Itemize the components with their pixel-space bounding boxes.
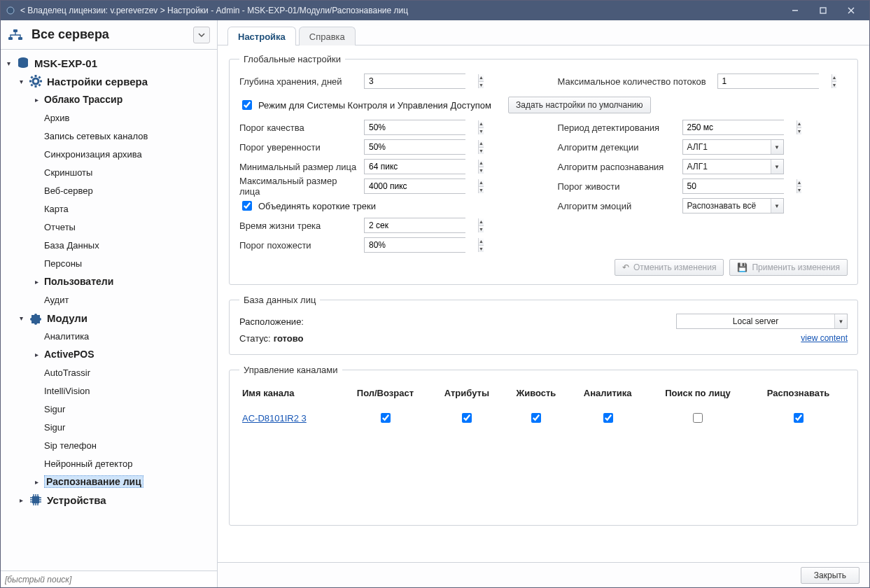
caret-icon: ▸ xyxy=(33,241,40,249)
similarity-spin[interactable]: ▲▼ xyxy=(364,237,465,253)
caret-icon[interactable]: ▸ xyxy=(17,496,24,504)
puzzle-icon xyxy=(29,311,43,325)
tree-item[interactable]: ▸Облако Трассир xyxy=(1,90,217,108)
tree-item[interactable]: ▸Запись сетевых каналов xyxy=(1,127,217,145)
tree-item[interactable]: ▸Аудит xyxy=(1,290,217,309)
detect-period-spin[interactable]: ▲▼ xyxy=(682,120,784,135)
recog-algo-combo[interactable]: АЛГ1▼ xyxy=(682,159,784,174)
caret-icon: ▸ xyxy=(33,332,40,340)
tree-item[interactable]: ▸Sigur xyxy=(1,400,217,418)
tree-item[interactable]: ▾MSK-EXP-01 xyxy=(1,54,217,72)
tree-item[interactable]: ▸Карта xyxy=(1,200,217,218)
quality-spin[interactable]: ▲▼ xyxy=(364,120,465,135)
column-header: Поиск по лицу xyxy=(647,382,750,407)
tab-settings[interactable]: Настройка xyxy=(227,27,296,46)
maximize-button[interactable] xyxy=(809,1,837,20)
tree-item[interactable]: ▸Архив xyxy=(1,108,217,127)
column-header: Распознавать xyxy=(749,382,848,407)
channel-link[interactable]: AC-D8101IR2 3 xyxy=(242,413,307,424)
channel-search-checkbox[interactable] xyxy=(693,413,703,423)
spin-down-icon[interactable]: ▼ xyxy=(479,81,484,89)
max-face-spin[interactable]: ▲▼ xyxy=(364,178,465,194)
spin-up-icon[interactable]: ▲ xyxy=(479,74,484,81)
detect-algo-combo[interactable]: АЛГ1▼ xyxy=(682,139,784,155)
tree-item-label: Модули xyxy=(47,312,87,324)
svg-point-9 xyxy=(33,78,38,84)
svg-rect-6 xyxy=(8,37,13,40)
tree-item[interactable]: ▸Синхронизация архива xyxy=(1,145,217,163)
tree-item[interactable]: ▸Персоны xyxy=(1,254,217,272)
tree-item[interactable]: ▸Аналитика xyxy=(1,327,217,345)
chip-icon xyxy=(29,493,43,507)
caret-icon[interactable]: ▾ xyxy=(17,314,24,322)
tree-item[interactable]: ▸Нейронный детектор xyxy=(1,454,217,472)
quick-search-input[interactable] xyxy=(1,571,217,587)
channel-live-checkbox[interactable] xyxy=(531,413,541,423)
tree-item-label: ActivePOS xyxy=(44,349,94,360)
tree-item-label: База Данных xyxy=(44,240,99,251)
caret-icon: ▸ xyxy=(33,132,40,140)
caret-icon: ▸ xyxy=(33,169,40,176)
tree-item[interactable]: ▸Скриншоты xyxy=(1,163,217,181)
tree-item[interactable]: ▸Устройства xyxy=(1,491,217,509)
track-life-spin[interactable]: ▲▼ xyxy=(364,218,465,233)
close-button[interactable] xyxy=(837,1,865,20)
caret-icon[interactable]: ▾ xyxy=(17,78,24,85)
tree-item[interactable]: ▸Sigur xyxy=(1,418,217,436)
caret-icon[interactable]: ▾ xyxy=(5,59,12,67)
tree-item-label: Sigur xyxy=(44,422,65,433)
face-db-legend: База данных лиц xyxy=(239,295,320,305)
cancel-changes-button[interactable]: ↶Отменить изменения xyxy=(615,259,724,276)
caret-icon: ▸ xyxy=(33,205,40,213)
tree-item[interactable]: ▸ActivePOS xyxy=(1,345,217,363)
tree-item-label: Пользователи xyxy=(44,276,113,287)
location-combo[interactable]: Local server▼ xyxy=(676,314,848,329)
tree-item[interactable]: ▸IntelliVision xyxy=(1,382,217,400)
caret-icon[interactable]: ▸ xyxy=(33,96,40,104)
tab-help[interactable]: Справка xyxy=(299,27,356,46)
status-value: готово xyxy=(274,333,304,344)
storage-depth-spin[interactable]: ▲▼ xyxy=(364,74,465,89)
max-streams-label: Максимальное количество потоков xyxy=(558,76,712,87)
liveness-spin[interactable]: ▲▼ xyxy=(682,178,784,194)
sidebar-collapse-button[interactable] xyxy=(193,27,210,43)
defaults-button[interactable]: Задать настройки по умолчанию xyxy=(508,97,651,113)
close-page-button[interactable]: Закрыть xyxy=(801,567,860,584)
max-streams-spin[interactable]: ▲▼ xyxy=(717,74,819,89)
tree-item[interactable]: ▸Отчеты xyxy=(1,218,217,236)
tree-item[interactable]: ▸Распознавание лиц xyxy=(1,472,217,491)
titlebar: < Владелец лицензии: v.pereverzev > Наст… xyxy=(1,1,869,20)
caret-icon[interactable]: ▸ xyxy=(33,278,40,286)
merge-tracks-checkbox[interactable]: Объединять короткие треки xyxy=(239,199,376,213)
tree-item[interactable]: ▸Веб-сервер xyxy=(1,181,217,200)
tree-item[interactable]: ▸Пользователи xyxy=(1,272,217,290)
channel-gender-checkbox[interactable] xyxy=(381,413,391,423)
caret-icon: ▸ xyxy=(33,424,40,431)
face-db-group: База данных лиц Расположение: Local serv… xyxy=(229,295,858,355)
channels-legend: Управление каналами xyxy=(239,365,342,375)
confidence-spin[interactable]: ▲▼ xyxy=(364,139,465,155)
channel-recognize-checkbox[interactable] xyxy=(794,413,804,423)
tree-item-label: Настройки сервера xyxy=(47,76,148,88)
chevron-down-icon[interactable]: ▼ xyxy=(771,140,783,154)
caret-icon[interactable]: ▸ xyxy=(33,478,40,486)
column-header: Атрибуты xyxy=(430,382,503,407)
tree-item[interactable]: ▸AutoTrassir xyxy=(1,363,217,382)
caret-icon[interactable]: ▸ xyxy=(33,351,40,358)
emotion-algo-combo[interactable]: Распознавать всё▼ xyxy=(682,198,784,214)
minimize-button[interactable] xyxy=(781,1,809,20)
min-face-spin[interactable]: ▲▼ xyxy=(364,159,465,174)
tree-item[interactable]: ▸База Данных xyxy=(1,236,217,254)
status-label: Статус: xyxy=(239,333,271,344)
tree-item[interactable]: ▾Настройки сервера xyxy=(1,72,217,90)
caret-icon: ▸ xyxy=(33,442,40,449)
tree-item[interactable]: ▸Sip телефон xyxy=(1,436,217,454)
channel-attr-checkbox[interactable] xyxy=(462,413,472,423)
caret-icon: ▸ xyxy=(33,369,40,377)
apply-changes-button[interactable]: 💾Применить изменения xyxy=(729,259,848,276)
tree-item-label: Sip телефон xyxy=(44,440,97,451)
acs-mode-checkbox[interactable]: Режим для Системы Контроля и Управления … xyxy=(239,98,491,112)
channel-analytics-checkbox[interactable] xyxy=(603,413,613,423)
view-content-link[interactable]: view content xyxy=(801,333,848,343)
tree-item[interactable]: ▾Модули xyxy=(1,309,217,327)
